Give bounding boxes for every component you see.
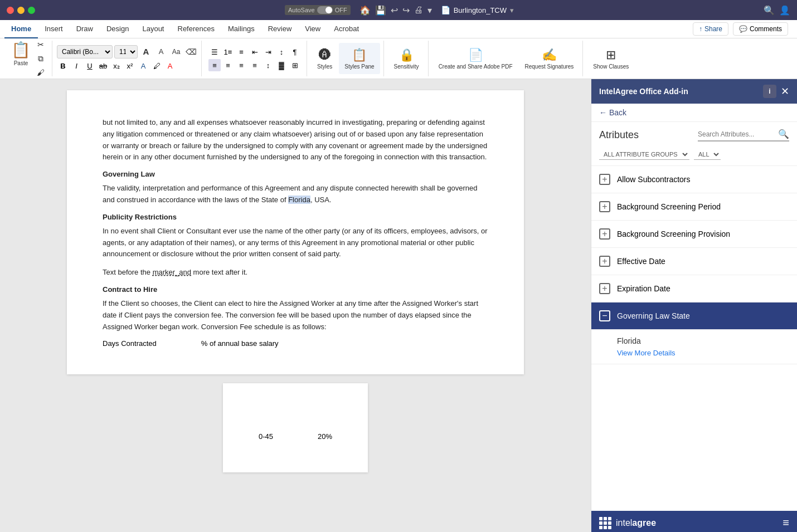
home-icon[interactable]: 🏠 [359, 5, 371, 16]
undo-icon[interactable]: ↩ [391, 5, 398, 16]
col-days-contracted: Days Contracted [103, 339, 157, 348]
tab-insert[interactable]: Insert [38, 20, 70, 38]
back-button[interactable]: ← Back [599, 108, 626, 117]
clipboard-small-btns: ✂ ⧉ 🖌 [34, 38, 47, 79]
subscript-button[interactable]: x₂ [110, 60, 123, 72]
format-painter-button[interactable]: 🖌 [34, 66, 47, 79]
search-icon[interactable]: 🔍 [764, 5, 775, 16]
decrease-indent-button[interactable]: ⇤ [249, 46, 261, 58]
line-spacing-button[interactable]: ↕ [262, 59, 274, 71]
close-traffic-light[interactable] [7, 7, 14, 14]
change-case-button[interactable]: Aa [169, 45, 183, 58]
tab-mailings[interactable]: Mailings [221, 20, 261, 38]
attribute-groups-filter[interactable]: ALL ATTRIBUTE GROUPS [599, 149, 689, 160]
sort-button[interactable]: ↕ [275, 46, 288, 58]
doc-table-row-1: 0-45 20% [259, 432, 332, 441]
cut-button[interactable]: ✂ [34, 38, 47, 51]
superscript-button[interactable]: x² [124, 60, 136, 72]
attribute-item-governing-law[interactable]: − Governing Law State [591, 302, 797, 330]
attribute-item-screening-period[interactable]: + Background Screening Period [591, 193, 797, 221]
save-icon[interactable]: 💾 [375, 5, 386, 16]
underline-button[interactable]: U [84, 60, 96, 72]
formatting-row: B I U ab x₂ x² A 🖊 A [57, 60, 198, 72]
collapse-icon: − [599, 310, 610, 321]
numbering-button[interactable]: 1≡ [222, 46, 234, 58]
highlight-button[interactable]: 🖊 [150, 60, 163, 72]
request-signatures-label: Request Signatures [525, 64, 574, 70]
font-controls: Calibri (Bo... 11 A A Aa ⌫ B I U ab x₂ [57, 45, 198, 72]
attribute-item-allow-subcontractors[interactable]: + Allow Subcontractors [591, 166, 797, 193]
autosave-badge: AutoSave OFF [285, 5, 351, 15]
tab-references[interactable]: References [171, 20, 221, 38]
tab-draw[interactable]: Draw [70, 20, 100, 38]
attribute-item-expiration-date[interactable]: + Expiration Date [591, 275, 797, 302]
show-hide-button[interactable]: ¶ [289, 46, 301, 58]
copy-button[interactable]: ⧉ [34, 52, 47, 65]
doc-paragraph-marker: Text before the marker_and more text aft… [103, 267, 488, 279]
doc-paragraph-publicity: In no event shall Client or Consultant e… [103, 226, 488, 260]
account-icon[interactable]: 👤 [779, 5, 790, 16]
attribute-value: Florida [617, 336, 789, 345]
increase-font-button[interactable]: A [139, 45, 153, 58]
attribute-item-effective-date[interactable]: + Effective Date [591, 248, 797, 275]
panel-menu-button[interactable]: ≡ [783, 516, 789, 529]
logo-bold: agree [632, 518, 656, 528]
font-family-select[interactable]: Calibri (Bo... [57, 45, 113, 58]
print-icon[interactable]: 🖨 [414, 5, 423, 15]
create-share-pdf-button[interactable]: 📄 Create and Share Adobe PDF [433, 43, 518, 74]
paste-button[interactable]: 📋 Paste [9, 38, 33, 69]
italic-button[interactable]: I [70, 60, 82, 72]
share-button[interactable]: ↑ Share [693, 22, 728, 36]
redo-icon[interactable]: ↪ [402, 5, 410, 16]
borders-button[interactable]: ⊞ [289, 59, 301, 71]
minimize-traffic-light[interactable] [17, 7, 25, 14]
align-center-button[interactable]: ≡ [222, 59, 234, 71]
tab-layout[interactable]: Layout [135, 20, 171, 38]
align-left-button[interactable]: ≡ [208, 59, 221, 71]
multilevel-button[interactable]: ≡ [235, 46, 247, 58]
panel-title: IntelAgree Office Add-in [599, 87, 688, 96]
panel-body: Atributes 🔍 ALL ATTRIBUTE GROUPS ALL + [591, 122, 797, 511]
clear-format-button[interactable]: ⌫ [184, 45, 198, 58]
title-dropdown-icon[interactable]: ▾ [510, 6, 514, 14]
justify-button[interactable]: ≡ [249, 59, 261, 71]
view-more-details-link[interactable]: View More Details [617, 349, 675, 357]
bullets-button[interactable]: ☰ [208, 46, 221, 58]
sensitivity-group: 🔒 Sensitivity [385, 41, 429, 76]
tab-design[interactable]: Design [100, 20, 135, 38]
decrease-font-button[interactable]: A [154, 45, 168, 58]
tab-home[interactable]: Home [4, 20, 38, 38]
panel-info-button[interactable]: i [763, 85, 776, 98]
search-icon[interactable]: 🔍 [778, 129, 789, 139]
tab-acrobat[interactable]: Acrobat [327, 20, 366, 38]
attribute-item-screening-provision[interactable]: + Background Screening Provision [591, 221, 797, 248]
title-bar-right: 🔍 👤 [764, 5, 790, 16]
search-attributes-input[interactable] [698, 130, 776, 138]
font-row: Calibri (Bo... 11 A A Aa ⌫ [57, 45, 198, 58]
sensitivity-button[interactable]: 🔒 Sensitivity [388, 43, 425, 74]
bold-button[interactable]: B [57, 60, 69, 72]
tab-view[interactable]: View [298, 20, 327, 38]
shading-button[interactable]: ▓ [275, 59, 288, 71]
comments-button[interactable]: 💬 Comments [733, 22, 788, 36]
font-color-button[interactable]: A [137, 60, 149, 72]
styles-pane-button[interactable]: 📋 Styles Pane [339, 43, 380, 74]
title-bar: AutoSave OFF 🏠 💾 ↩ ↪ 🖨 ▾ 📄 Burlington_TC… [0, 0, 797, 20]
request-signatures-button[interactable]: ✍ Request Signatures [519, 43, 580, 74]
panel-close-button[interactable]: ✕ [781, 85, 789, 97]
align-right-button[interactable]: ≡ [235, 59, 247, 71]
strikethrough-button[interactable]: ab [97, 60, 109, 72]
styles-icon: 🅐 [319, 48, 331, 62]
tab-review[interactable]: Review [261, 20, 299, 38]
autosave-toggle[interactable] [317, 6, 333, 14]
panel-footer: intelagree ≡ [591, 511, 797, 532]
more-icon[interactable]: ▾ [427, 5, 432, 16]
text-color-button[interactable]: A [164, 60, 176, 72]
increase-indent-button[interactable]: ⇥ [262, 46, 274, 58]
font-size-select[interactable]: 11 [114, 45, 138, 58]
fullscreen-traffic-light[interactable] [28, 7, 35, 14]
attribute-all-filter[interactable]: ALL [694, 149, 721, 160]
styles-button[interactable]: 🅐 Styles [312, 43, 338, 74]
doc-paragraph-governing-law: The validity, interpretation and perform… [103, 183, 488, 206]
show-clauses-button[interactable]: ⊞ Show Clauses [587, 43, 634, 74]
